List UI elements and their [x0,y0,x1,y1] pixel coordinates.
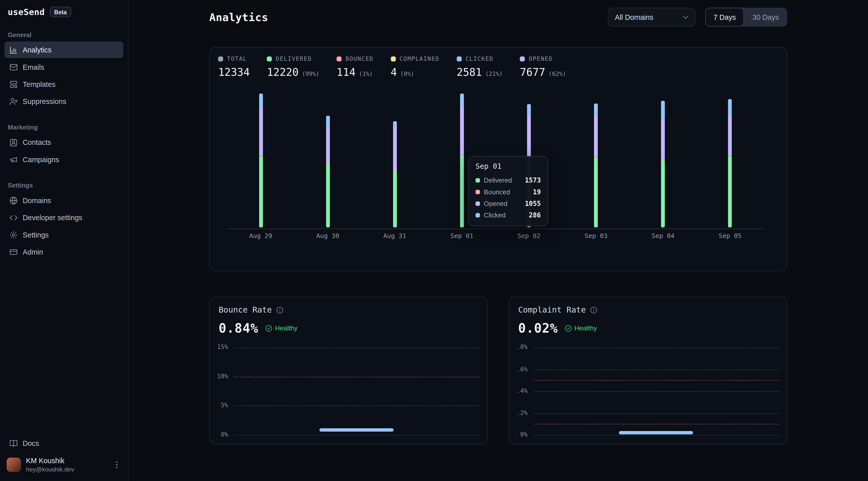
gridline [534,369,780,370]
date-range-toggle: 7 Days30 Days [705,8,787,27]
bar-segment-clicked [326,116,330,127]
sidebar-item-domains[interactable]: Domains [4,192,124,209]
sidebar-item-developer-settings[interactable]: Developer settings [4,209,124,226]
complaint-rate-series-bar [619,431,693,434]
app-logo: useSend [8,7,45,17]
bar-segment-clicked [661,101,665,118]
sidebar-item-label: Developer settings [23,214,82,222]
bar-segment-opened [393,126,397,171]
user-x-icon [9,97,18,105]
range-button-30-days[interactable]: 30 Days [744,8,787,27]
sidebar-item-label: Emails [23,63,44,71]
user-email: hey@koushik.dev [26,466,74,473]
x-axis-label: Aug 30 [303,232,352,240]
complaint-status-label: Healthy [575,324,597,332]
code-icon [9,214,18,222]
chart-tooltip: Sep 01 Delivered1573Bounced19Opened1055C… [468,156,548,226]
tooltip-row-bounced: Bounced19 [475,186,541,198]
sidebar-item-label: Campaigns [23,155,59,163]
id-card-icon [9,248,18,256]
y-axis-label: 10% [212,373,228,380]
bar-chart-icon [9,46,18,54]
complaint-status-badge: Healthy [565,324,597,332]
user-menu-dots-icon[interactable] [112,461,121,470]
volume-bar-aug-31[interactable] [393,122,397,227]
bounce-rate-series-bar [319,428,394,431]
bar-segment-opened [661,118,665,160]
bar-segment-clicked [527,104,531,116]
gear-icon [9,230,18,239]
bar-segment-opened [594,116,598,157]
sidebar-item-campaigns[interactable]: Campaigns [4,151,124,168]
sidebar-item-label: Suppressions [23,97,66,105]
gridline [234,406,480,406]
bar-segment-clicked [460,93,464,106]
y-axis-label: .2% [511,409,527,416]
range-button-7-days[interactable]: 7 Days [705,8,744,27]
sidebar-item-suppressions[interactable]: Suppressions [4,93,124,109]
gridline [534,413,780,414]
y-axis-label: 5% [212,402,228,409]
user-name: KM Koushik [26,457,74,466]
sidebar-item-emails[interactable]: Emails [4,59,124,75]
sidebar-item-label: Templates [23,80,56,88]
bar-segment-clicked [393,122,397,126]
info-icon[interactable] [590,306,597,314]
complaint-rate-card: Complaint Rate 0.02% Healthy .8%.6%.4%.2… [509,296,787,444]
docs-label: Docs [23,439,39,448]
info-icon[interactable] [276,306,284,314]
analytics-overview-card: TOTAL12334DELIVERED12220(99%)BOUNCED114(… [209,47,787,271]
sidebar-item-templates[interactable]: Templates [4,76,124,92]
complaint-rate-title: Complaint Rate [518,306,586,314]
sidebar-item-docs[interactable]: Docs [4,435,124,452]
page-title: Analytics [209,11,268,23]
sidebar-nav: GeneralAnalyticsEmailsTemplatesSuppressi… [0,17,128,261]
tooltip-title: Sep 01 [475,162,541,170]
x-axis-label: Sep 04 [638,232,688,240]
y-axis-label: 15% [212,344,228,351]
domain-filter-select[interactable]: All Domains [608,8,695,27]
complaint-rate-value: 0.02% [518,321,558,335]
tooltip-series-value: 19 [533,188,541,196]
volume-bar-sep-03[interactable] [594,104,598,227]
sidebar-item-analytics[interactable]: Analytics [4,41,124,58]
volume-bar-aug-29[interactable] [259,94,262,227]
bar-segment-opened [527,116,531,156]
domain-filter-value: All Domains [615,13,653,21]
y-axis-label: .8% [511,344,527,351]
tooltip-row-opened: Opened1055 [475,198,541,209]
user-profile-row[interactable]: KM Koushik hey@koushik.dev [0,452,128,481]
volume-bar-sep-04[interactable] [661,101,665,227]
bar-segment-delivered [661,160,665,227]
sidebar-item-settings[interactable]: Settings [4,226,124,243]
tooltip-series-label: Opened [484,200,507,207]
tooltip-series-label: Clicked [484,211,505,219]
nav-section-label: General [8,32,120,38]
nav-section-label: Settings [8,182,120,189]
threshold-gridline [534,380,780,381]
sidebar-item-label: Settings [23,230,49,239]
bounce-status-badge: Healthy [265,324,298,332]
tooltip-series-label: Bounced [484,188,510,196]
bar-segment-opened [728,114,732,155]
globe-icon [9,196,18,204]
x-axis-label: Sep 03 [571,232,621,240]
y-axis-label: .4% [511,387,527,395]
sidebar-item-label: Contacts [23,138,51,147]
tooltip-row-delivered: Delivered1573 [475,174,541,186]
volume-bar-sep-01[interactable] [460,93,464,227]
sidebar-item-admin[interactable]: Admin [4,244,124,260]
sidebar: useSend Beta GeneralAnalyticsEmailsTempl… [0,0,128,481]
volume-bar-aug-30[interactable] [326,116,330,227]
bar-segment-opened [460,106,464,155]
sidebar-item-contacts[interactable]: Contacts [4,134,124,150]
sidebar-item-label: Admin [23,248,43,256]
rate-cards-row: Bounce Rate 0.84% Healthy 15%10%5%0% Com… [209,296,787,444]
volume-bar-sep-05[interactable] [728,99,732,227]
bar-segment-delivered [326,163,330,227]
nav-section-label: Marketing [8,124,120,131]
tooltip-series-value: 1573 [525,176,541,184]
x-axis-label: Sep 02 [504,232,554,240]
threshold-gridline [534,424,780,424]
x-axis-label: Sep 01 [437,232,487,240]
